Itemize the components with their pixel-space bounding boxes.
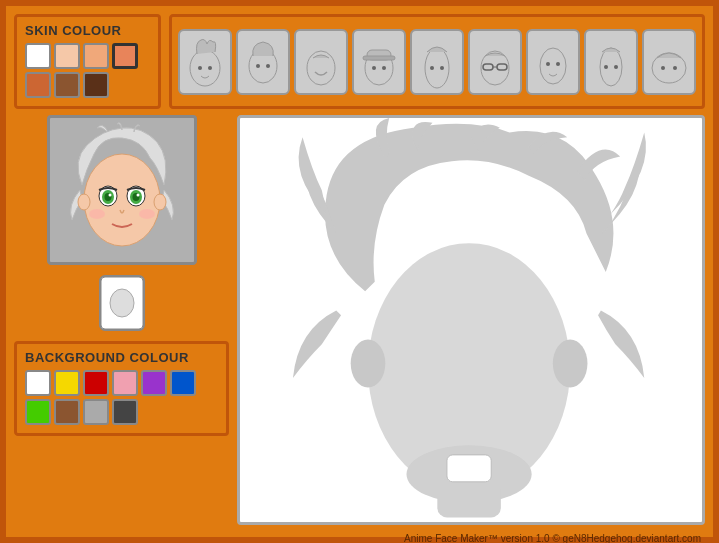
face-thumb-9[interactable] [642,29,696,95]
bg-swatch-gray[interactable] [83,399,109,425]
app-frame: SKIN COLOUR [0,0,719,543]
svg-point-23 [604,65,608,69]
svg-point-13 [430,66,434,70]
bg-swatch-brown[interactable] [54,399,80,425]
right-ear-silhouette [553,339,588,387]
main-canvas[interactable] [237,115,705,525]
svg-point-19 [540,48,566,84]
skin-swatch-light-tan[interactable] [112,43,138,69]
skin-colour-swatches [25,43,150,98]
skin-swatch-white[interactable] [25,43,51,69]
svg-point-37 [136,194,139,197]
svg-point-28 [78,194,90,210]
bg-swatch-pink[interactable] [112,370,138,396]
skin-swatch-brown[interactable] [54,72,80,98]
bg-swatch-purple[interactable] [141,370,167,396]
svg-point-14 [440,66,444,70]
bg-swatch-blue[interactable] [170,370,196,396]
svg-point-38 [89,209,105,219]
face-thumb-1[interactable] [178,29,232,95]
skin-colour-panel: SKIN COLOUR [14,14,161,109]
svg-point-29 [154,194,166,210]
face-thumb-2[interactable] [236,29,290,95]
bg-swatch-green[interactable] [25,399,51,425]
svg-point-22 [600,48,622,86]
svg-point-20 [546,62,550,66]
face-preview-svg [52,120,192,260]
bg-swatches-row2 [25,399,218,425]
face-preview [47,115,197,265]
background-preview-swatch[interactable] [99,275,145,331]
svg-point-24 [614,65,618,69]
face-thumb-7[interactable] [526,29,580,95]
face-thumb-6[interactable] [468,29,522,95]
mouth-placeholder [447,455,491,482]
footer-text: Anime Face Maker™ version 1.0 © geN8Hedg… [404,533,701,543]
top-row: SKIN COLOUR [14,14,705,109]
svg-point-10 [372,66,376,70]
bottom-row: BACKGROUND COLOUR [14,115,705,525]
bg-swatch-red[interactable] [83,370,109,396]
skin-swatch-dark-brown[interactable] [83,72,109,98]
main-canvas-svg [240,118,702,522]
skin-swatch-tan[interactable] [25,72,51,98]
svg-point-4 [256,64,260,68]
neck-silhouette [437,479,501,518]
svg-point-1 [198,66,202,70]
bg-swatch-yellow[interactable] [54,370,80,396]
svg-point-33 [108,194,111,197]
svg-point-41 [110,289,134,317]
face-thumb-4[interactable] [352,29,406,95]
face-thumbnails-panel [169,14,705,109]
svg-point-12 [425,48,449,88]
left-ear-silhouette [351,339,386,387]
left-panel: BACKGROUND COLOUR [14,115,229,525]
svg-point-0 [190,50,220,86]
background-colour-label: BACKGROUND COLOUR [25,350,218,365]
svg-point-26 [661,66,665,70]
svg-point-27 [673,66,677,70]
face-shape [84,154,160,246]
skin-swatch-light-peach[interactable] [54,43,80,69]
bg-swatch-dark-gray[interactable] [112,399,138,425]
skin-colour-label: SKIN COLOUR [25,23,150,38]
svg-point-11 [382,66,386,70]
svg-point-39 [139,209,155,219]
face-thumb-3[interactable] [294,29,348,95]
bg-swatches-row1 [25,370,218,396]
bg-swatch-white[interactable] [25,370,51,396]
background-colour-panel: BACKGROUND COLOUR [14,341,229,436]
face-thumb-8[interactable] [584,29,638,95]
face-thumb-5[interactable] [410,29,464,95]
footer: Anime Face Maker™ version 1.0 © geN8Hedg… [14,533,705,543]
svg-point-21 [556,62,560,66]
svg-rect-9 [363,56,395,60]
svg-point-2 [208,66,212,70]
svg-point-5 [266,64,270,68]
skin-swatch-peach[interactable] [83,43,109,69]
